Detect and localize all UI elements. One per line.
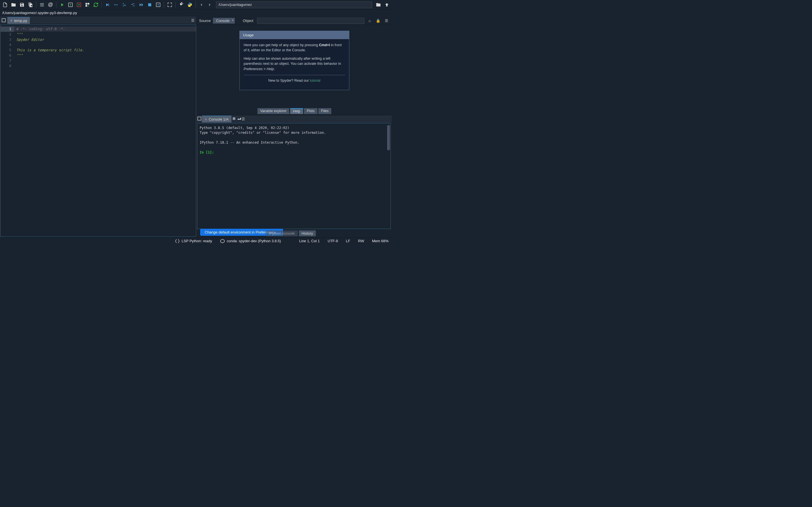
console-output[interactable]: Python 3.8.5 (default, Sep 4 2020, 02:22… <box>197 123 391 229</box>
interrupt-icon[interactable] <box>232 116 237 122</box>
tab-help[interactable]: Help <box>290 108 303 114</box>
save-all-button[interactable] <box>27 1 35 9</box>
svg-point-3 <box>114 4 115 5</box>
preferences-button[interactable] <box>177 1 185 9</box>
help-pane-tabs: Variable explorer Help Plots Files <box>197 107 392 115</box>
svg-rect-10 <box>198 117 201 120</box>
object-input[interactable] <box>257 18 364 24</box>
usage-tutorial-line: New to Spyder? Read our tutorial <box>244 78 345 83</box>
browse-dir-button[interactable] <box>374 1 382 9</box>
clear-console-icon[interactable] <box>237 116 242 122</box>
console-prompt: In [1]: <box>200 151 214 154</box>
tutorial-link[interactable]: tutorial <box>310 78 320 82</box>
file-path-breadcrumb: /Users/juanitagomez/.spyder-py3-dev/temp… <box>0 10 392 17</box>
svg-rect-5 <box>148 3 151 6</box>
new-file-button[interactable] <box>1 1 9 9</box>
python-path-button[interactable] <box>186 1 194 9</box>
working-dir-input[interactable] <box>216 1 372 8</box>
svg-rect-2 <box>109 3 109 6</box>
help-toolbar: Source Console Object ⌂ 🔒 ☰ <box>197 17 392 25</box>
svg-rect-9 <box>2 18 5 22</box>
debug-stop-button[interactable] <box>146 1 154 9</box>
code-area[interactable]: # -*- coding: utf-8 -*- """ Spyder Edito… <box>14 25 196 237</box>
conda-icon <box>220 238 225 244</box>
console-tab[interactable]: × Console 1/A <box>202 115 232 122</box>
help-body: Usage Here you can get help of any objec… <box>197 25 392 107</box>
editor-tab[interactable]: × temp.py <box>7 17 30 24</box>
tab-history[interactable]: History <box>299 230 316 236</box>
status-rw[interactable]: RW <box>358 239 364 243</box>
status-conda[interactable]: conda: spyder-dev (Python 3.8.5) <box>220 238 281 244</box>
debug-continue-button[interactable] <box>137 1 145 9</box>
status-cursor-pos[interactable]: Line 1, Col 1 <box>299 239 320 243</box>
object-label: Object <box>243 18 253 23</box>
console-browse-icon[interactable] <box>197 116 202 122</box>
status-bar: LSP Python: ready conda: spyder-dev (Pyt… <box>0 237 392 244</box>
lsp-icon <box>175 238 180 244</box>
console-scrollbar[interactable] <box>387 125 390 151</box>
run-cell-button[interactable] <box>66 1 74 9</box>
run-button[interactable] <box>58 1 66 9</box>
parent-dir-button[interactable] <box>383 1 391 9</box>
lock-icon[interactable]: 🔒 <box>375 18 381 23</box>
usage-text-1: Here you can get help of any object by p… <box>244 43 345 53</box>
status-eol[interactable]: LF <box>346 239 350 243</box>
save-button[interactable] <box>18 1 26 9</box>
editor-tab-label: temp.py <box>14 18 27 23</box>
browse-tabs-icon[interactable] <box>0 18 7 23</box>
main-toolbar: @ <box>0 0 392 10</box>
editor-options-icon[interactable]: ☰ <box>189 18 197 22</box>
run-cell-advance-button[interactable] <box>75 1 83 9</box>
svg-rect-11 <box>233 117 236 120</box>
console-tab-label: Console 1/A <box>209 117 229 121</box>
help-options-icon[interactable]: ☰ <box>384 18 390 23</box>
close-tab-icon[interactable]: × <box>10 18 12 23</box>
status-lsp[interactable]: LSP Python: ready <box>175 238 212 244</box>
usage-text-2: Help can also be shown automatically aft… <box>244 56 345 71</box>
debug-exit-button[interactable] <box>154 1 162 9</box>
console-tab-bar: × Console 1/A ☰ <box>197 115 392 123</box>
usage-title: Usage <box>240 31 349 39</box>
line-gutter: 1 2 3 4 5 6 7 8 <box>1 25 14 237</box>
debug-step-out-button[interactable] <box>129 1 137 9</box>
svg-point-4 <box>117 4 117 5</box>
home-icon[interactable]: ⌂ <box>366 18 373 23</box>
back-button[interactable] <box>197 1 205 9</box>
editor-tab-bar: × temp.py ☰ <box>0 17 197 24</box>
tab-files[interactable]: Files <box>318 108 331 114</box>
status-mem[interactable]: Mem 68% <box>372 239 389 243</box>
code-editor[interactable]: 1 2 3 4 5 6 7 8 # -*- coding: utf-8 -*- … <box>0 24 196 237</box>
source-label: Source <box>199 18 211 23</box>
usage-panel: Usage Here you can get help of any objec… <box>239 31 349 90</box>
svg-point-8 <box>190 6 191 6</box>
tab-ipython-console[interactable]: IPython console <box>266 230 298 236</box>
outline-button[interactable] <box>38 1 46 9</box>
run-selection-button[interactable] <box>84 1 91 9</box>
debug-step-button[interactable] <box>112 1 120 9</box>
status-encoding[interactable]: UTF-8 <box>327 239 338 243</box>
debug-button[interactable] <box>103 1 111 9</box>
debug-step-in-button[interactable] <box>120 1 128 9</box>
tab-plots[interactable]: Plots <box>304 108 317 114</box>
console-options-icon[interactable]: ☰ <box>242 117 245 121</box>
open-file-button[interactable] <box>10 1 17 9</box>
maximize-button[interactable] <box>166 1 174 9</box>
svg-point-7 <box>189 3 190 4</box>
rerun-button[interactable] <box>92 1 100 9</box>
at-button[interactable]: @ <box>47 1 54 9</box>
close-console-icon[interactable]: × <box>205 117 207 122</box>
forward-button[interactable] <box>206 1 214 9</box>
source-combo[interactable]: Console <box>213 18 235 24</box>
tab-variable-explorer[interactable]: Variable explorer <box>257 108 290 114</box>
